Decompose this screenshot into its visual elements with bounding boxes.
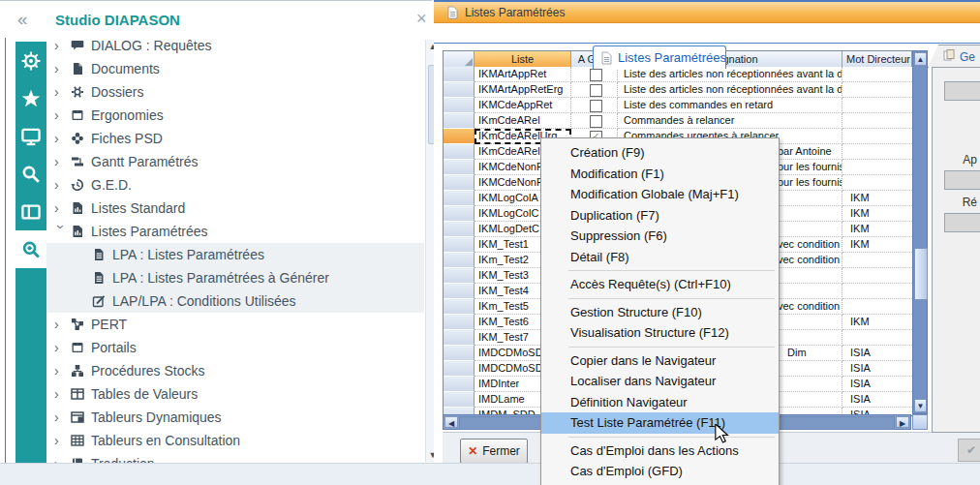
validate-button[interactable]: ✔ Val (958, 439, 980, 462)
cell-mot-directeur[interactable]: ISIA (842, 377, 912, 392)
cell-mot-directeur[interactable]: IKM (842, 191, 912, 206)
cell-mot-directeur[interactable]: ISIA (842, 408, 912, 414)
sidebar-item-gantt-param-tr-s[interactable]: ›Gantt Paramétrés (46, 150, 424, 173)
cell-mot-directeur[interactable]: ISIA (842, 392, 912, 408)
cell-mot-directeur[interactable]: ISIA (842, 361, 912, 377)
cell-designation[interactable]: Liste des articles non réceptionnées ava… (618, 67, 842, 82)
row-header[interactable] (444, 160, 475, 175)
rail-item-monitor-icon[interactable] (15, 117, 46, 155)
menu-item-modification-globale-maj-f1[interactable]: Modification Globale (Maj+F1) (541, 184, 779, 205)
cell-a-gen[interactable] (571, 98, 618, 113)
rail-item-pin-search-icon[interactable] (15, 230, 46, 268)
cell-mot-directeur[interactable]: ISIA (842, 346, 912, 361)
cell-designation[interactable]: Liste des articles non réceptionnées ava… (618, 82, 842, 98)
cell-liste[interactable]: IKMCdeAppRet (475, 98, 571, 113)
cell-mot-directeur[interactable] (842, 82, 912, 98)
row-header[interactable] (444, 191, 475, 206)
row-header[interactable] (444, 315, 475, 330)
cell-designation[interactable]: Commandes à relancer (618, 113, 842, 129)
row-header[interactable] (444, 299, 475, 315)
checkbox[interactable] (590, 100, 602, 112)
chevron-right-icon[interactable]: › (54, 155, 68, 168)
chevron-right-icon[interactable]: › (54, 62, 68, 76)
row-header[interactable] (444, 330, 475, 346)
chevron-right-icon[interactable]: › (54, 364, 68, 378)
cell-mot-directeur[interactable] (842, 268, 912, 284)
menu-item-test-liste-param-tr-e-f11[interactable]: Test Liste Paramétrée (F11) (541, 412, 779, 434)
menu-item-d-finition-navigateur[interactable]: Définition Navigateur (541, 392, 779, 413)
row-header[interactable] (444, 222, 475, 237)
table-row[interactable]: IKmCdeARelCommandes à relancer (444, 113, 912, 129)
sidebar-item-lap-lpa-conditions-utilis-es[interactable]: ›LAP/LPA : Conditions Utilisées (46, 289, 424, 313)
cell-mot-directeur[interactable]: IKM (842, 315, 912, 330)
chevron-right-icon[interactable]: › (54, 85, 68, 99)
menu-item-duplication-f7[interactable]: Duplication (F7) (541, 205, 779, 227)
cell-mot-directeur[interactable] (842, 113, 912, 129)
chevron-right-icon[interactable]: › (54, 341, 68, 354)
table-row[interactable]: IKMArtAppRetListe des articles non récep… (444, 67, 912, 82)
sidebar-item-listes-param-tr-es[interactable]: ›Listes Paramétrées (46, 220, 424, 243)
cell-mot-directeur[interactable]: IKM (842, 222, 912, 237)
detail-field-ap[interactable] (944, 170, 980, 190)
row-header[interactable] (444, 361, 475, 377)
cell-mot-directeur[interactable] (842, 144, 912, 160)
sidebar-item-listes-standard[interactable]: ›Listes Standard (46, 197, 424, 220)
chevron-right-icon[interactable]: › (54, 201, 68, 215)
cell-a-gen[interactable] (571, 82, 618, 98)
sidebar-item-dossiers[interactable]: ›Dossiers (46, 80, 424, 104)
menu-item-suppression-f6[interactable]: Suppression (F6) (541, 226, 779, 247)
vertical-scrollbar-thumb[interactable] (914, 248, 928, 300)
row-header[interactable] (444, 268, 475, 284)
row-header[interactable] (444, 206, 475, 222)
cell-a-gen[interactable] (571, 67, 618, 82)
sidebar-item-tableurs-dynamiques[interactable]: ›Tableurs Dynamiques (46, 406, 424, 429)
tab-listes-param-tr-es[interactable]: Listes Paramétrées (593, 45, 726, 69)
menu-item-acc-s-requ-te-s-ctrl-f10[interactable]: Accès Requête(s) (Ctrl+F10) (541, 274, 779, 295)
menu-item-modification-f1[interactable]: Modification (F1) (541, 164, 779, 185)
detail-field-top[interactable] (944, 81, 980, 101)
cell-liste[interactable]: IKmCdeARel (475, 113, 571, 129)
sidebar-item-tables-de-valeurs[interactable]: ›Tables de Valeurs (46, 382, 424, 406)
row-header[interactable] (444, 144, 475, 160)
column-header-Liste[interactable]: Liste (475, 51, 571, 67)
checkbox[interactable] (590, 115, 602, 128)
menu-item-copier-dans-le-navigateur[interactable]: Copier dans le Navigateur (541, 350, 779, 372)
cell-mot-directeur[interactable] (842, 175, 912, 191)
sidebar-item-portails[interactable]: ›Portails (46, 336, 424, 359)
chevron-right-icon[interactable]: › (54, 108, 68, 122)
row-header[interactable] (444, 129, 475, 144)
checkbox[interactable] (590, 84, 602, 97)
row-header[interactable] (444, 408, 475, 414)
chevron-right-icon[interactable]: › (54, 434, 68, 447)
row-header[interactable] (444, 392, 475, 408)
cell-mot-directeur[interactable] (842, 330, 912, 346)
row-header[interactable] (444, 284, 475, 299)
vertical-scrollbar[interactable]: ▲ ▼ (912, 50, 928, 414)
sidebar-item-ergonomies[interactable]: ›Ergonomies (46, 104, 424, 127)
cell-mot-directeur[interactable] (842, 284, 912, 299)
collapse-icon[interactable]: « (17, 9, 28, 30)
menu-item-d-tail-f8[interactable]: Détail (F8) (541, 247, 779, 268)
row-header[interactable] (444, 237, 475, 253)
table-corner-header[interactable] (444, 51, 475, 67)
row-header[interactable] (444, 175, 475, 191)
row-header[interactable] (444, 67, 475, 82)
row-header[interactable] (444, 98, 475, 113)
menu-item-cas-d-emploi-gfd[interactable]: Cas d'Emploi (GFD) (541, 461, 779, 482)
sidebar-item-dialog-requ-tes[interactable]: ›DIALOG : Requêtes (46, 34, 424, 57)
menu-item-cas-d-emploi-dans-les-actions[interactable]: Cas d'Emploi dans les Actions (541, 440, 779, 462)
detail-field-re[interactable] (944, 213, 980, 232)
close-window-button[interactable]: ✕ Fermer (460, 439, 528, 464)
cell-mot-directeur[interactable]: IKM (842, 237, 912, 253)
menu-item-gestion-structure-f10[interactable]: Gestion Structure (F10) (541, 302, 779, 323)
chevron-right-icon[interactable]: › (54, 178, 68, 192)
sidebar-item-pert[interactable]: ›PERT (46, 313, 424, 336)
row-header[interactable] (444, 253, 475, 268)
cell-liste[interactable]: IKMArtAppRet (475, 67, 571, 82)
detail-panel-tab[interactable]: Ge (928, 45, 980, 68)
sidebar-item-tableurs-en-consultation[interactable]: ›Tableurs en Consultation (46, 429, 424, 452)
scroll-down-icon[interactable]: ▼ (914, 399, 927, 412)
menu-item-localiser-dans-navigateur[interactable]: Localiser dans Navigateur (541, 371, 779, 392)
cell-mot-directeur[interactable] (842, 98, 912, 113)
scroll-left-icon[interactable]: ◀ (444, 416, 458, 428)
